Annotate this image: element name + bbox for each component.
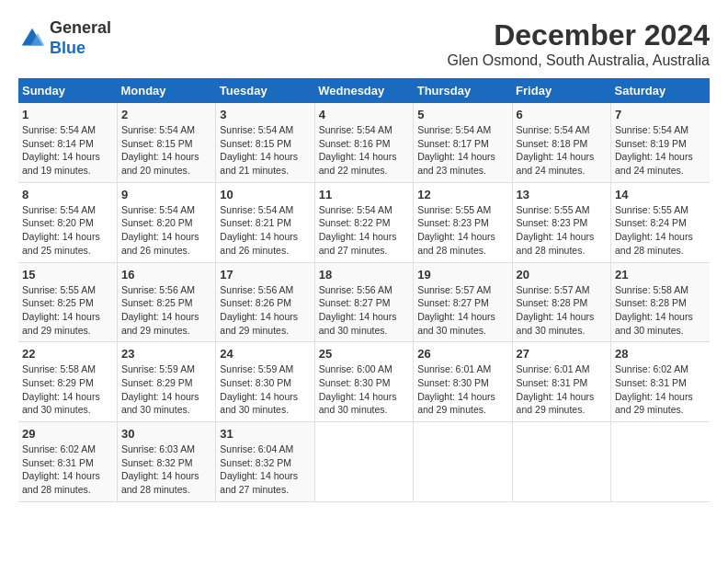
calendar-cell: 24Sunrise: 5:59 AMSunset: 8:30 PMDayligh… xyxy=(216,342,314,422)
day-info: Sunrise: 5:56 AMSunset: 8:25 PMDaylight:… xyxy=(121,283,211,338)
day-number: 25 xyxy=(319,347,409,361)
logo-line1: General xyxy=(50,18,111,39)
day-info: Sunrise: 5:57 AMSunset: 8:27 PMDaylight:… xyxy=(417,283,507,338)
day-number: 1 xyxy=(22,108,113,121)
day-number: 26 xyxy=(417,347,507,361)
calendar-cell: 18Sunrise: 5:56 AMSunset: 8:27 PMDayligh… xyxy=(314,262,413,342)
calendar-cell xyxy=(314,422,413,502)
day-info: Sunrise: 6:02 AMSunset: 8:31 PMDaylight:… xyxy=(22,442,113,497)
calendar-cell: 8Sunrise: 5:54 AMSunset: 8:20 PMDaylight… xyxy=(18,182,117,262)
day-number: 6 xyxy=(517,108,607,121)
day-info: Sunrise: 6:02 AMSunset: 8:31 PMDaylight:… xyxy=(615,362,706,417)
week-row-4: 22Sunrise: 5:58 AMSunset: 8:29 PMDayligh… xyxy=(18,342,710,422)
header-wednesday: Wednesday xyxy=(314,78,413,103)
calendar-cell: 6Sunrise: 5:54 AMSunset: 8:18 PMDaylight… xyxy=(512,103,610,182)
day-info: Sunrise: 5:57 AMSunset: 8:28 PMDaylight:… xyxy=(517,283,607,338)
calendar-cell: 19Sunrise: 5:57 AMSunset: 8:27 PMDayligh… xyxy=(414,262,512,342)
day-number: 15 xyxy=(22,268,113,282)
calendar-cell: 20Sunrise: 5:57 AMSunset: 8:28 PMDayligh… xyxy=(512,262,610,342)
day-number: 16 xyxy=(121,268,211,282)
day-number: 5 xyxy=(417,108,507,121)
day-number: 9 xyxy=(121,188,211,201)
calendar-cell: 13Sunrise: 5:55 AMSunset: 8:23 PMDayligh… xyxy=(512,182,610,262)
header-sunday: Sunday xyxy=(18,78,117,103)
day-number: 21 xyxy=(615,268,706,282)
calendar-cell: 30Sunrise: 6:03 AMSunset: 8:32 PMDayligh… xyxy=(117,422,215,502)
calendar-cell: 28Sunrise: 6:02 AMSunset: 8:31 PMDayligh… xyxy=(611,342,710,422)
header-friday: Friday xyxy=(512,78,610,103)
calendar-cell: 26Sunrise: 6:01 AMSunset: 8:30 PMDayligh… xyxy=(414,342,512,422)
header-thursday: Thursday xyxy=(414,78,512,103)
day-number: 29 xyxy=(22,427,113,441)
calendar-cell: 1Sunrise: 5:54 AMSunset: 8:14 PMDaylight… xyxy=(18,103,117,182)
calendar-cell: 27Sunrise: 6:01 AMSunset: 8:31 PMDayligh… xyxy=(512,342,610,422)
day-info: Sunrise: 5:54 AMSunset: 8:20 PMDaylight:… xyxy=(22,203,113,258)
calendar-cell: 29Sunrise: 6:02 AMSunset: 8:31 PMDayligh… xyxy=(18,422,117,502)
day-info: Sunrise: 6:01 AMSunset: 8:31 PMDaylight:… xyxy=(517,362,607,417)
day-number: 2 xyxy=(121,108,211,121)
page-subtitle: Glen Osmond, South Australia, Australia xyxy=(448,52,710,69)
calendar-cell: 2Sunrise: 5:54 AMSunset: 8:15 PMDaylight… xyxy=(117,103,215,182)
calendar-cell: 5Sunrise: 5:54 AMSunset: 8:17 PMDaylight… xyxy=(414,103,512,182)
header-tuesday: Tuesday xyxy=(216,78,314,103)
calendar-cell: 12Sunrise: 5:55 AMSunset: 8:23 PMDayligh… xyxy=(414,182,512,262)
calendar-cell: 21Sunrise: 5:58 AMSunset: 8:28 PMDayligh… xyxy=(611,262,710,342)
calendar-cell: 15Sunrise: 5:55 AMSunset: 8:25 PMDayligh… xyxy=(18,262,117,342)
day-info: Sunrise: 5:58 AMSunset: 8:28 PMDaylight:… xyxy=(615,283,706,338)
day-number: 8 xyxy=(22,188,113,201)
day-number: 7 xyxy=(615,108,706,121)
day-number: 28 xyxy=(615,347,706,361)
day-number: 17 xyxy=(220,268,310,282)
week-row-5: 29Sunrise: 6:02 AMSunset: 8:31 PMDayligh… xyxy=(18,422,710,502)
calendar-cell: 23Sunrise: 5:59 AMSunset: 8:29 PMDayligh… xyxy=(117,342,215,422)
day-info: Sunrise: 5:59 AMSunset: 8:30 PMDaylight:… xyxy=(220,362,310,417)
day-info: Sunrise: 5:59 AMSunset: 8:29 PMDaylight:… xyxy=(121,362,211,417)
day-info: Sunrise: 5:54 AMSunset: 8:16 PMDaylight:… xyxy=(319,123,409,178)
day-info: Sunrise: 5:54 AMSunset: 8:18 PMDaylight:… xyxy=(517,123,607,178)
week-row-2: 8Sunrise: 5:54 AMSunset: 8:20 PMDaylight… xyxy=(18,182,710,262)
day-info: Sunrise: 5:54 AMSunset: 8:22 PMDaylight:… xyxy=(319,203,409,258)
day-number: 14 xyxy=(615,188,706,201)
day-info: Sunrise: 5:54 AMSunset: 8:17 PMDaylight:… xyxy=(417,123,507,178)
day-info: Sunrise: 5:55 AMSunset: 8:25 PMDaylight:… xyxy=(22,283,113,338)
calendar-table: SundayMondayTuesdayWednesdayThursdayFrid… xyxy=(18,78,710,502)
page-header: General Blue December 2024 Glen Osmond, … xyxy=(18,18,710,69)
calendar-cell: 11Sunrise: 5:54 AMSunset: 8:22 PMDayligh… xyxy=(314,182,413,262)
day-info: Sunrise: 5:58 AMSunset: 8:29 PMDaylight:… xyxy=(22,362,113,417)
day-number: 12 xyxy=(417,188,507,201)
day-info: Sunrise: 5:54 AMSunset: 8:21 PMDaylight:… xyxy=(220,203,310,258)
day-number: 18 xyxy=(319,268,409,282)
calendar-cell: 9Sunrise: 5:54 AMSunset: 8:20 PMDaylight… xyxy=(117,182,215,262)
day-info: Sunrise: 6:04 AMSunset: 8:32 PMDaylight:… xyxy=(220,442,310,497)
day-info: Sunrise: 6:01 AMSunset: 8:30 PMDaylight:… xyxy=(417,362,507,417)
calendar-cell: 31Sunrise: 6:04 AMSunset: 8:32 PMDayligh… xyxy=(216,422,314,502)
day-number: 23 xyxy=(121,347,211,361)
day-number: 13 xyxy=(517,188,607,201)
day-info: Sunrise: 5:55 AMSunset: 8:23 PMDaylight:… xyxy=(517,203,607,258)
calendar-cell: 16Sunrise: 5:56 AMSunset: 8:25 PMDayligh… xyxy=(117,262,215,342)
header-monday: Monday xyxy=(117,78,215,103)
page-title: December 2024 xyxy=(448,18,710,52)
day-info: Sunrise: 5:55 AMSunset: 8:24 PMDaylight:… xyxy=(615,203,706,258)
calendar-cell xyxy=(512,422,610,502)
day-number: 11 xyxy=(319,188,409,201)
calendar-cell: 25Sunrise: 6:00 AMSunset: 8:30 PMDayligh… xyxy=(314,342,413,422)
day-info: Sunrise: 5:54 AMSunset: 8:19 PMDaylight:… xyxy=(615,123,706,178)
day-number: 22 xyxy=(22,347,113,361)
calendar-cell: 10Sunrise: 5:54 AMSunset: 8:21 PMDayligh… xyxy=(216,182,314,262)
day-number: 30 xyxy=(121,427,211,441)
day-info: Sunrise: 5:54 AMSunset: 8:15 PMDaylight:… xyxy=(220,123,310,178)
day-number: 3 xyxy=(220,108,310,121)
calendar-cell: 4Sunrise: 5:54 AMSunset: 8:16 PMDaylight… xyxy=(314,103,413,182)
calendar-cell: 14Sunrise: 5:55 AMSunset: 8:24 PMDayligh… xyxy=(611,182,710,262)
day-number: 27 xyxy=(517,347,607,361)
day-info: Sunrise: 5:54 AMSunset: 8:14 PMDaylight:… xyxy=(22,123,113,178)
day-number: 31 xyxy=(220,427,310,441)
calendar-cell: 3Sunrise: 5:54 AMSunset: 8:15 PMDaylight… xyxy=(216,103,314,182)
logo-line2: Blue xyxy=(50,39,111,59)
day-info: Sunrise: 5:55 AMSunset: 8:23 PMDaylight:… xyxy=(417,203,507,258)
day-number: 24 xyxy=(220,347,310,361)
calendar-cell: 7Sunrise: 5:54 AMSunset: 8:19 PMDaylight… xyxy=(611,103,710,182)
calendar-cell: 22Sunrise: 5:58 AMSunset: 8:29 PMDayligh… xyxy=(18,342,117,422)
logo: General Blue xyxy=(18,18,111,58)
